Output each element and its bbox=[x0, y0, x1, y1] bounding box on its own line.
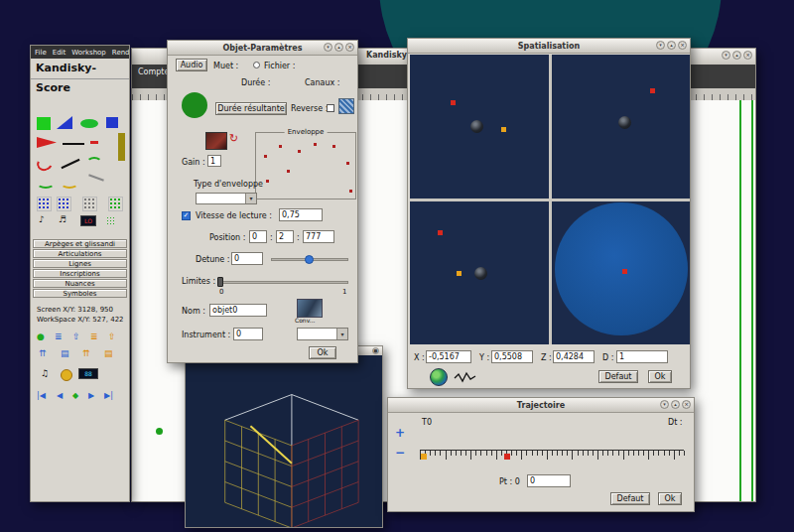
menu-item-workshop[interactable]: Workshop bbox=[71, 49, 106, 57]
limites-slider-handle[interactable] bbox=[217, 277, 223, 287]
palette-section-articulations[interactable]: Articulations bbox=[33, 249, 127, 258]
close-icon[interactable]: ● bbox=[372, 347, 379, 354]
maximize-icon[interactable]: ▴ bbox=[667, 41, 676, 50]
d-field[interactable]: 1 bbox=[616, 350, 668, 363]
shape-gray-slash[interactable] bbox=[88, 174, 104, 181]
shape-green-square[interactable] bbox=[37, 117, 51, 130]
envelope-groupbox[interactable]: Enveloppe bbox=[255, 132, 356, 200]
trajectoire-ruler[interactable] bbox=[420, 450, 684, 463]
vitesse-field[interactable]: 0,75 bbox=[279, 208, 323, 221]
shape-green-dots[interactable] bbox=[108, 197, 123, 211]
x-field[interactable]: -0,5167 bbox=[426, 350, 471, 363]
trajectory-marker-orange[interactable] bbox=[421, 454, 427, 460]
shape-green-arc[interactable] bbox=[86, 157, 102, 169]
skip-forward-icon[interactable]: ▶| bbox=[104, 391, 113, 401]
spatial-marker-yellow[interactable] bbox=[501, 127, 506, 132]
minimize-icon[interactable]: ▾ bbox=[660, 400, 669, 409]
shape-green-ellipse[interactable] bbox=[80, 119, 98, 128]
shape-black-line[interactable] bbox=[63, 143, 84, 145]
grid-icon[interactable]: ▤ bbox=[104, 348, 113, 358]
arrow-up-icon[interactable]: ⇧ bbox=[108, 332, 116, 341]
record-dot-icon[interactable]: ● bbox=[37, 332, 45, 341]
spatial-marker-red[interactable] bbox=[451, 100, 456, 105]
play-marker-icon[interactable]: ◆ bbox=[72, 391, 78, 401]
ok-button[interactable]: Ok bbox=[309, 346, 336, 359]
close-icon[interactable]: × bbox=[345, 43, 354, 52]
maximize-icon[interactable]: ▴ bbox=[732, 51, 741, 60]
position-x-field[interactable]: 0 bbox=[249, 230, 267, 243]
envelope-point[interactable] bbox=[314, 143, 317, 146]
close-icon[interactable]: × bbox=[678, 41, 687, 50]
spatial-zone-circle[interactable] bbox=[555, 202, 688, 335]
step-forward-icon[interactable]: ▶ bbox=[88, 391, 94, 401]
step-back-icon[interactable]: ◀ bbox=[57, 391, 63, 401]
maximize-icon[interactable]: ▴ bbox=[671, 400, 680, 409]
close-icon[interactable]: × bbox=[682, 400, 691, 409]
grid-icon[interactable]: ▤ bbox=[61, 348, 69, 358]
close-icon[interactable]: × bbox=[743, 51, 752, 60]
fichier-radio[interactable] bbox=[253, 62, 260, 68]
view3d-window[interactable]: ● bbox=[185, 345, 383, 528]
double-arrow-icon[interactable]: ⇈ bbox=[82, 348, 90, 358]
shape-green-minidots[interactable] bbox=[106, 216, 116, 226]
shape-red-triangle[interactable] bbox=[37, 137, 57, 148]
envelope-point[interactable] bbox=[287, 170, 290, 173]
palette-section-arpeges[interactable]: Arpèges et glissandi bbox=[33, 239, 127, 248]
z-field[interactable]: 0,4284 bbox=[553, 350, 595, 363]
spatial-marker-red[interactable] bbox=[622, 269, 627, 274]
y-field[interactable]: 0,5508 bbox=[491, 350, 533, 363]
palette-section-nuances[interactable]: Nuances bbox=[33, 279, 127, 288]
menu-item-rendus[interactable]: Rendus bbox=[112, 49, 129, 57]
trajectoire-window[interactable]: Trajectoire ▾ ▴ × T0 Dt : + − Pt : 0 0 D… bbox=[387, 397, 695, 512]
nom-field[interactable]: objet0 bbox=[209, 304, 267, 317]
gain-field[interactable]: 1 bbox=[207, 155, 221, 167]
skip-back-icon[interactable]: |◀ bbox=[37, 391, 46, 401]
objet-titlebar[interactable]: Objet-Paramètres ▾ ▴ × bbox=[168, 41, 357, 56]
ok-button[interactable]: Ok bbox=[648, 370, 672, 383]
arrow-up-icon[interactable]: ⇧ bbox=[72, 332, 80, 341]
list-icon[interactable]: ≣ bbox=[90, 332, 98, 341]
view3d-canvas[interactable] bbox=[186, 355, 382, 527]
spatialisation-window[interactable]: Spatialisation ▾ ▴ × X : -0,5167 Y : 0,5… bbox=[407, 38, 691, 389]
coin-icon[interactable] bbox=[61, 369, 72, 381]
shape-blue-dots[interactable] bbox=[37, 197, 52, 211]
lo-badge-icon[interactable]: LO bbox=[80, 215, 96, 226]
defaut-button[interactable]: Defaut bbox=[610, 492, 650, 505]
menu-item-edit[interactable]: Edit bbox=[53, 49, 66, 57]
maximize-icon[interactable]: ▴ bbox=[334, 43, 343, 52]
limites-slider-track[interactable] bbox=[217, 281, 348, 284]
trajectory-marker-red[interactable] bbox=[504, 454, 510, 460]
reverse-checkbox[interactable] bbox=[327, 104, 334, 112]
palette-section-inscriptions[interactable]: Inscriptions bbox=[33, 269, 127, 278]
palette-window[interactable]: File Edit Workshop Rendus Prefere Kandis… bbox=[30, 45, 130, 502]
envelope-point[interactable] bbox=[349, 190, 352, 193]
defaut-button[interactable]: Defaut bbox=[598, 370, 638, 383]
shape-green-wave[interactable] bbox=[37, 179, 55, 189]
minimize-icon[interactable]: ▾ bbox=[324, 43, 332, 52]
duree-resultante-button[interactable]: Durée résultante bbox=[215, 102, 287, 115]
spatial-marker-yellow[interactable] bbox=[457, 271, 462, 276]
notes-icon[interactable]: ♫ bbox=[41, 368, 49, 378]
objet-parametres-window[interactable]: Objet-Paramètres ▾ ▴ × Audio Muet : Fich… bbox=[167, 40, 358, 363]
spatial-marker-speaker[interactable] bbox=[474, 267, 487, 280]
music-note-icon[interactable]: ♪ bbox=[39, 214, 45, 224]
spatial-marker-red[interactable] bbox=[438, 230, 443, 235]
list-icon[interactable]: ≣ bbox=[55, 332, 63, 341]
palette-section-lignes[interactable]: Lignes bbox=[33, 259, 127, 268]
envelope-point[interactable] bbox=[298, 150, 301, 153]
double-arrow-icon[interactable]: ⇈ bbox=[39, 348, 47, 358]
minimize-icon[interactable]: ▾ bbox=[656, 41, 665, 50]
shape-blue-rect[interactable] bbox=[106, 117, 118, 128]
waveform-icon[interactable] bbox=[454, 370, 477, 384]
score-green-line[interactable] bbox=[751, 100, 753, 501]
spatialisation-titlebar[interactable]: Spatialisation ▾ ▴ × bbox=[408, 39, 690, 54]
envelope-type-select[interactable]: ▾ bbox=[196, 193, 257, 204]
chevron-down-icon[interactable]: ▾ bbox=[245, 194, 256, 203]
remove-point-button[interactable]: − bbox=[395, 446, 405, 460]
spatial-marker-speaker[interactable] bbox=[618, 116, 631, 129]
shape-black-diagonal[interactable] bbox=[62, 159, 80, 169]
position-z-field[interactable]: 777 bbox=[303, 230, 334, 243]
spatial-field[interactable] bbox=[410, 55, 690, 344]
instrument-field[interactable]: 0 bbox=[233, 328, 263, 340]
shape-blue-dots[interactable] bbox=[57, 197, 71, 211]
